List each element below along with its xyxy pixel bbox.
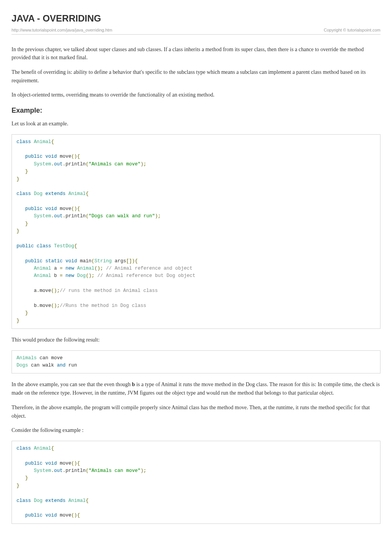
explain-pre: In the above example, you can see that t… xyxy=(12,382,132,387)
example-heading: Example: xyxy=(12,105,380,116)
consider-text: Consider the following example : xyxy=(12,426,380,435)
page-title: JAVA - OVERRIDING xyxy=(12,12,380,25)
intro-paragraph-1: In the previous chapter, we talked about… xyxy=(12,45,380,62)
explain-paragraph-1: In the above example, you can see that t… xyxy=(12,380,380,397)
explain-paragraph-2: Therefore, in the above example, the pro… xyxy=(12,403,380,420)
intro-paragraph-3: In object-oriented terms, overriding mea… xyxy=(12,91,380,99)
code-block-2: class Animal{ public void move(){ System… xyxy=(12,441,380,524)
url-bar: http://www.tutorialspoint.com/java/java_… xyxy=(12,27,380,33)
output-block-1: Animals can move Dogs can walk and run xyxy=(12,350,380,374)
intro-paragraph-2: The benefit of overriding is: ability to… xyxy=(12,68,380,85)
title-divider xyxy=(12,34,380,35)
explain-bold-b: b xyxy=(132,382,135,387)
copyright-text: Copyright © tutorialspoint.com xyxy=(324,27,380,33)
code-block-1: class Animal{ public void move(){ System… xyxy=(12,134,380,329)
example-intro: Let us look at an example. xyxy=(12,120,380,128)
result-intro: This would produce the following result: xyxy=(12,336,380,344)
source-url-link[interactable]: http://www.tutorialspoint.com/java/java_… xyxy=(12,27,112,33)
